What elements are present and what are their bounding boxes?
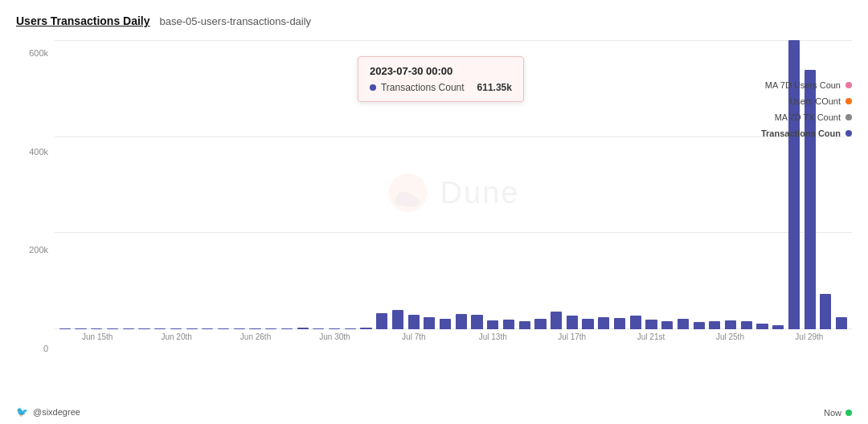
- bar-group: [707, 40, 722, 329]
- bar-group: [692, 40, 706, 329]
- x-label: Jul 29th: [770, 332, 849, 341]
- x-label: Jul 17th: [532, 332, 611, 341]
- bar: [614, 318, 625, 329]
- legend-item-users-count: Users COunt: [739, 96, 852, 106]
- bar: [456, 314, 467, 329]
- bar-group: [121, 40, 136, 329]
- bar-group: [264, 40, 278, 329]
- bar-group: [612, 40, 627, 329]
- bar: [598, 317, 609, 329]
- legend-dot-ma7d-tx: [845, 114, 852, 120]
- bar: [678, 319, 689, 329]
- now-badge: Now: [824, 408, 852, 418]
- bar-group: [232, 40, 247, 329]
- tooltip-row: Transactions Count 611.35k: [370, 82, 512, 93]
- x-label: Jun 26th: [216, 332, 295, 341]
- x-label: Jul 21st: [612, 332, 690, 341]
- legend-label-users-count: Users COunt: [789, 96, 841, 106]
- bar-group: [312, 40, 326, 329]
- bar: [630, 316, 641, 329]
- bar-group: [185, 40, 199, 329]
- bar-group: [676, 40, 690, 329]
- twitter-icon: 🐦: [16, 406, 28, 418]
- now-label: Now: [824, 408, 841, 418]
- bar-group: [74, 40, 88, 329]
- bar: [551, 312, 562, 329]
- x-label: Jun 30th: [295, 332, 374, 341]
- x-label: Jun 20th: [137, 332, 215, 341]
- x-label: Jul 7th: [375, 332, 453, 341]
- bar: [582, 319, 593, 329]
- bar-group: [216, 40, 231, 329]
- bar-group: [628, 40, 643, 329]
- bar: [487, 320, 498, 329]
- legend-label-tx-count: Transactions Coun: [761, 128, 841, 138]
- y-axis: 600k 400k 200k 0: [16, 48, 55, 353]
- bar-group: [343, 40, 358, 329]
- tooltip-label: Transactions Count: [370, 82, 465, 93]
- tooltip-date: 2023-07-30 00:00: [370, 65, 512, 77]
- legend-item-tx-count: Transactions Coun: [739, 128, 852, 138]
- tooltip-dot: [370, 84, 376, 91]
- bar-group: [248, 40, 263, 329]
- y-label-0: 0: [43, 344, 48, 353]
- bar: [741, 321, 752, 329]
- bar-group: [137, 40, 152, 329]
- chart-subtitle: base-05-users-transactions-daily: [160, 15, 312, 27]
- bar: [440, 319, 451, 329]
- bar: [503, 320, 514, 329]
- y-label-600k: 600k: [29, 48, 48, 58]
- legend-label-ma7d-tx: MA 7D TX Count: [775, 112, 841, 122]
- x-axis: Jun 15thJun 20thJun 26thJun 30thJul 7thJ…: [55, 329, 852, 353]
- bar: [836, 317, 847, 329]
- bar: [709, 321, 720, 329]
- bar: [471, 315, 482, 329]
- x-label: Jul 25th: [690, 332, 769, 341]
- bar: [519, 321, 530, 329]
- bar: [408, 315, 420, 329]
- bar-group: [596, 40, 611, 329]
- bar-group: [581, 40, 596, 329]
- bar: [567, 316, 578, 329]
- legend-dot-tx-count: [845, 130, 852, 137]
- chart-header: Users Transactions Daily base-05-users-t…: [16, 14, 852, 27]
- bar: [376, 313, 387, 329]
- x-labels-row: Jun 15thJun 20thJun 26thJun 30thJul 7thJ…: [55, 332, 852, 341]
- bar-group: [89, 40, 104, 329]
- bar-group: [723, 40, 738, 329]
- bar-group: [153, 40, 167, 329]
- bar: [424, 317, 435, 329]
- bar-group: [534, 40, 548, 329]
- bar: [694, 322, 705, 329]
- bar-group: [200, 40, 215, 329]
- bar: [534, 319, 546, 329]
- legend-item-ma7d-tx: MA 7D TX Count: [739, 112, 852, 122]
- legend-label-ma7d-users: MA 7D Users Coun: [765, 80, 841, 90]
- bar-group: [645, 40, 659, 329]
- legend-dot-ma7d-users: [845, 82, 852, 88]
- legend-dot-users-count: [845, 98, 852, 104]
- chart-title: Users Transactions Daily: [16, 14, 150, 27]
- legend-item-ma7d-users: MA 7D Users Coun: [739, 80, 852, 90]
- bar-group: [58, 40, 72, 329]
- bar: [820, 294, 831, 329]
- y-label-400k: 400k: [29, 147, 48, 157]
- chart-container: Users Transactions Daily base-05-users-t…: [0, 0, 868, 424]
- bar: [725, 320, 736, 329]
- bar-group: [296, 40, 310, 329]
- bar-group: [169, 40, 183, 329]
- chart-legend: MA 7D Users Coun Users COunt MA 7D TX Co…: [739, 80, 852, 138]
- bar-group: [549, 40, 563, 329]
- bar: [756, 324, 768, 329]
- bar-group: [105, 40, 120, 329]
- bar: [392, 310, 403, 329]
- bar-group: [565, 40, 579, 329]
- tooltip-value: 611.35k: [477, 82, 512, 93]
- bar: [661, 321, 673, 329]
- now-dot: [845, 410, 852, 416]
- x-label: Jun 15th: [58, 332, 137, 341]
- y-label-200k: 200k: [29, 245, 48, 255]
- bar-group: [280, 40, 294, 329]
- chart-plot-area: Dune Jun 15thJun 20thJun 26thJun 30thJul…: [55, 40, 852, 353]
- tooltip-metric-label: Transactions Count: [381, 82, 465, 93]
